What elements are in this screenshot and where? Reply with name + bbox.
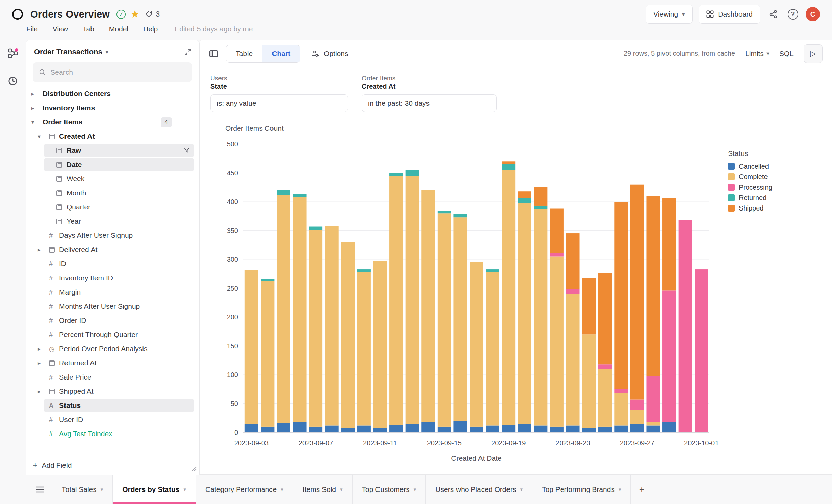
collapse-panel-button[interactable] <box>184 48 191 56</box>
bottom-tab-items-sold[interactable]: Items Sold▾ <box>293 475 353 504</box>
sql-button[interactable]: SQL <box>779 50 794 58</box>
bar-segment-complete-2023-09-28[interactable] <box>646 422 660 425</box>
bar-segment-cancelled-2023-09-07[interactable] <box>309 427 322 432</box>
bar-segment-processing-2023-09-27[interactable] <box>630 400 644 410</box>
field-item-order-id[interactable]: #Order ID <box>26 313 194 328</box>
menu-model[interactable]: Model <box>109 25 128 33</box>
chevron-down-icon[interactable]: ▾ <box>38 133 49 140</box>
labels-tag-button[interactable]: 3 <box>145 10 160 19</box>
options-button[interactable]: Options <box>310 49 350 58</box>
bar-segment-shipped-2023-09-24[interactable] <box>582 278 596 335</box>
bottom-tab-top-performing-brands[interactable]: Top Performing Brands▾ <box>532 475 631 504</box>
field-item-period-over-period-analysis[interactable]: ▸◷Period Over Period Analysis <box>26 342 194 356</box>
share-button[interactable] <box>766 7 780 21</box>
field-item-inventory-items[interactable]: ▸Inventory Items <box>26 101 194 115</box>
menu-tab[interactable]: Tab <box>83 25 94 33</box>
bar-segment-complete-2023-09-16[interactable] <box>453 217 467 421</box>
bar-segment-cancelled-2023-09-14[interactable] <box>421 422 435 432</box>
bar-segment-cancelled-2023-09-11[interactable] <box>373 428 387 432</box>
toggle-sidebar-button[interactable] <box>209 50 218 58</box>
bar-segment-complete-2023-09-10[interactable] <box>357 272 371 426</box>
legend-item-complete[interactable]: Complete <box>728 173 768 180</box>
bar-segment-complete-2023-09-08[interactable] <box>325 226 339 426</box>
bar-segment-returned-2023-09-12[interactable] <box>389 173 403 176</box>
bar-segment-complete-2023-09-15[interactable] <box>438 213 451 427</box>
legend-item-returned[interactable]: Returned <box>728 194 766 201</box>
field-item-raw[interactable]: Raw <box>26 143 194 158</box>
help-button[interactable]: ? <box>786 7 800 21</box>
favorite-star-icon[interactable]: ★ <box>130 9 139 19</box>
field-item-distribution-centers[interactable]: ▸Distribution Centers <box>26 87 194 101</box>
bar-segment-returned-2023-09-18[interactable] <box>486 269 499 272</box>
bottom-tab-category-performance[interactable]: Category Performance▾ <box>196 475 293 504</box>
app-logo-icon[interactable] <box>12 9 23 20</box>
bar-segment-complete-2023-09-19[interactable] <box>502 170 515 425</box>
viewing-dropdown[interactable]: Viewing ▾ <box>646 5 693 24</box>
field-item-days-after-user-signup[interactable]: #Days After User Signup <box>26 228 194 243</box>
bar-segment-processing-2023-09-30[interactable] <box>679 220 692 432</box>
field-item-months-after-user-signup[interactable]: #Months After User Signup <box>26 299 194 313</box>
field-item-created-at[interactable]: ▾Created At <box>26 129 194 143</box>
bar-segment-shipped-2023-09-29[interactable] <box>662 198 676 290</box>
bar-segment-cancelled-2023-09-06[interactable] <box>293 422 307 432</box>
bar-segment-shipped-2023-09-21[interactable] <box>534 187 547 206</box>
filter-value-created-at[interactable]: in the past: 30 days <box>362 94 497 112</box>
search-input[interactable] <box>50 68 186 77</box>
field-item-date[interactable]: Date <box>26 158 194 172</box>
bar-segment-cancelled-2023-09-15[interactable] <box>438 427 451 432</box>
legend-item-processing[interactable]: Processing <box>728 184 772 191</box>
field-item-user-id[interactable]: #User ID <box>26 413 194 427</box>
bar-segment-returned-2023-09-20[interactable] <box>518 198 531 203</box>
limits-dropdown[interactable]: Limits ▾ <box>745 50 769 58</box>
legend-item-cancelled[interactable]: Cancelled <box>728 163 769 170</box>
bar-segment-cancelled-2023-09-24[interactable] <box>582 428 596 432</box>
tab-list-button[interactable] <box>28 475 52 504</box>
bar-segment-cancelled-2023-09-26[interactable] <box>614 425 628 432</box>
bar-segment-returned-2023-09-06[interactable] <box>293 194 307 197</box>
resize-handle[interactable] <box>191 465 197 473</box>
legend-item-shipped[interactable]: Shipped <box>728 204 763 212</box>
bar-segment-cancelled-2023-09-03[interactable] <box>245 424 258 432</box>
bar-segment-cancelled-2023-09-28[interactable] <box>646 425 660 432</box>
menu-help[interactable]: Help <box>143 25 158 33</box>
user-avatar[interactable]: C <box>806 7 820 21</box>
bar-segment-returned-2023-09-21[interactable] <box>534 206 547 209</box>
bar-segment-cancelled-2023-09-18[interactable] <box>486 425 499 432</box>
tab-menu-chevron-icon[interactable]: ▾ <box>520 486 523 493</box>
bar-segment-processing-2023-09-29[interactable] <box>662 290 676 422</box>
field-item-inventory-item-id[interactable]: #Inventory Item ID <box>26 271 194 285</box>
bar-segment-cancelled-2023-09-22[interactable] <box>550 427 564 432</box>
bar-segment-cancelled-2023-09-25[interactable] <box>598 427 612 432</box>
bar-segment-returned-2023-09-10[interactable] <box>357 269 371 272</box>
bar-segment-processing-2023-09-23[interactable] <box>566 289 580 294</box>
tab-menu-chevron-icon[interactable]: ▾ <box>340 486 343 493</box>
bar-segment-processing-2023-09-22[interactable] <box>550 253 564 256</box>
field-item-delivered-at[interactable]: ▸Delivered At <box>26 243 194 257</box>
field-item-order-items[interactable]: ▾Order Items4 <box>26 115 194 129</box>
bar-segment-complete-2023-09-18[interactable] <box>486 272 499 426</box>
tab-menu-chevron-icon[interactable]: ▾ <box>184 486 186 493</box>
add-field-button[interactable]: + Add Field <box>26 455 199 475</box>
bar-segment-cancelled-2023-09-05[interactable] <box>277 423 290 432</box>
bar-segment-cancelled-2023-09-21[interactable] <box>534 425 547 432</box>
bar-segment-shipped-2023-09-23[interactable] <box>566 233 580 289</box>
bar-segment-cancelled-2023-09-20[interactable] <box>518 424 531 432</box>
bar-segment-shipped-2023-09-27[interactable] <box>630 185 644 400</box>
bar-segment-cancelled-2023-09-23[interactable] <box>566 425 580 432</box>
bottom-tab-users-who-placed-orders[interactable]: Users who Placed Orders▾ <box>426 475 532 504</box>
bar-segment-complete-2023-09-27[interactable] <box>630 410 644 424</box>
bar-segment-shipped-2023-09-20[interactable] <box>518 191 531 198</box>
dashboard-button[interactable]: Dashboard <box>699 5 760 24</box>
field-item-year[interactable]: Year <box>26 214 194 228</box>
bar-segment-shipped-2023-09-28[interactable] <box>646 196 660 376</box>
bar-segment-cancelled-2023-09-10[interactable] <box>357 425 371 432</box>
bar-segment-shipped-2023-09-25[interactable] <box>598 273 612 364</box>
field-item-shipped-at[interactable]: ▸Shipped At <box>26 384 194 398</box>
field-item-percent-through-quarter[interactable]: #Percent Through Quarter <box>26 328 194 342</box>
bottom-tab-orders-by-status[interactable]: Orders by Status▾ <box>113 475 196 504</box>
field-item-margin[interactable]: #Margin <box>26 285 194 299</box>
bar-segment-processing-2023-10-01[interactable] <box>695 269 708 432</box>
bar-segment-cancelled-2023-09-16[interactable] <box>453 421 467 432</box>
bar-segment-cancelled-2023-09-27[interactable] <box>630 424 644 432</box>
bar-segment-returned-2023-09-13[interactable] <box>406 170 419 176</box>
